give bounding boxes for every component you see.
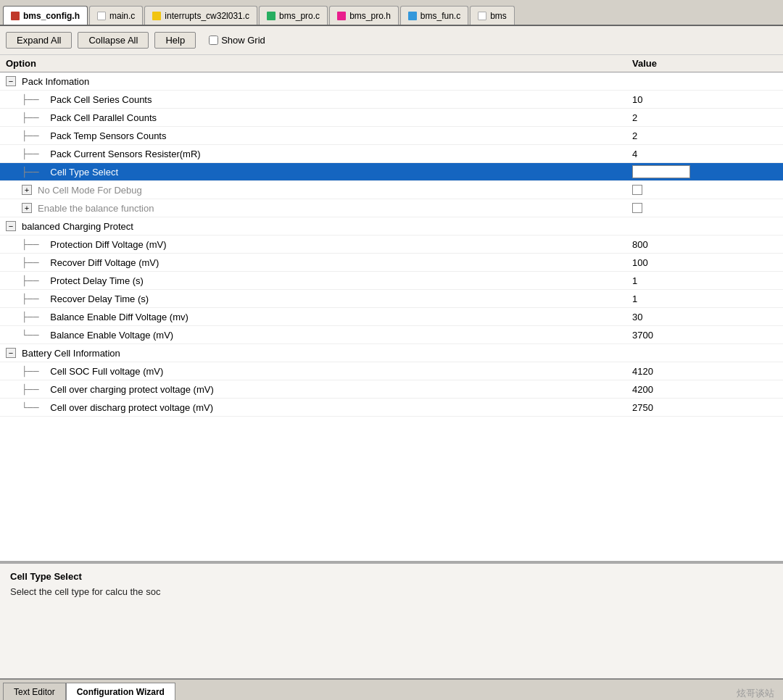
tree-line-2: ├── — [22, 112, 44, 123]
row-value-cell-soc-full-voltage: 4120 — [632, 366, 653, 377]
bottom-tab-bar: Text Editor Configuration Wizard 炫哥谈站 — [0, 678, 783, 700]
help-button[interactable]: Help — [154, 32, 196, 49]
tree-line-9: ├── — [22, 293, 44, 304]
no-cell-mode-checkbox[interactable] — [632, 185, 642, 195]
tree-line-14: └── — [22, 402, 44, 413]
row-recover-delay-time[interactable]: ├── Recover Delay Time (s) 1 — [0, 290, 783, 308]
tree-line-11: └── — [22, 330, 44, 341]
tab-icon-interrupts — [152, 12, 161, 20]
cell-type-select-dropdown[interactable]: CH_2P ▾ — [632, 165, 690, 178]
toolbar: Expand All Collapse All Help Show Grid — [0, 26, 783, 55]
section-pack-information[interactable]: − Pack Infomation — [0, 72, 783, 91]
row-value-pack-cell-series: 10 — [632, 94, 642, 105]
row-value-cell-over-discharging: 2750 — [632, 402, 653, 413]
bottom-tab-label-text-editor: Text Editor — [14, 687, 55, 697]
tab-label-bms-fun-c: bms_fun.c — [420, 11, 460, 21]
tab-icon-bms-more — [478, 12, 486, 20]
row-pack-cell-series[interactable]: ├── Pack Cell Series Counts 10 — [0, 91, 783, 109]
expand-icon-enable-balance[interactable]: + — [22, 203, 32, 213]
row-label-recover-delay-time: Recover Delay Time (s) — [50, 293, 149, 304]
row-label-cell-type-select: Cell Type Select — [50, 167, 118, 178]
row-label-pack-temp-sensors: Pack Temp Sensors Counts — [50, 130, 166, 141]
row-balance-enable-voltage[interactable]: └── Balance Enable Voltage (mV) 3700 — [0, 326, 783, 344]
tab-icon-bms-pro-c — [267, 12, 276, 20]
row-label-pack-current-sensors: Pack Current Sensors Resister(mR) — [50, 149, 200, 159]
tab-interrupts[interactable]: interrupts_cw32l031.c — [144, 6, 257, 25]
expand-icon-pack-info[interactable]: − — [6, 76, 16, 86]
row-recover-diff-voltage[interactable]: ├── Recover Diff Voltage (mV) 100 — [0, 254, 783, 272]
tab-label-bms-config-h: bms_config.h — [23, 11, 80, 21]
row-value-pack-cell-parallel: 2 — [632, 112, 637, 123]
tab-bms-pro-h[interactable]: bms_pro.h — [329, 6, 399, 25]
row-enable-balance[interactable]: + Enable the balance function — [0, 199, 783, 217]
row-pack-temp-sensors[interactable]: ├── Pack Temp Sensors Counts 2 — [0, 127, 783, 145]
row-cell-soc-full-voltage[interactable]: ├── Cell SOC Full voltage (mV) 4120 — [0, 362, 783, 380]
config-table-header: Option Value — [0, 55, 783, 72]
row-value-protect-delay-time: 1 — [632, 275, 637, 286]
expand-icon-balanced-charging[interactable]: − — [6, 221, 16, 231]
tab-main-c[interactable]: main.c — [89, 6, 143, 25]
select-arrow-icon: ▾ — [667, 168, 671, 176]
bottom-tab-text-editor[interactable]: Text Editor — [3, 683, 66, 700]
cell-type-select-value: CH_2P — [636, 167, 664, 177]
row-protect-delay-time[interactable]: ├── Protect Delay Time (s) 1 — [0, 272, 783, 290]
expand-all-button[interactable]: Expand All — [6, 32, 72, 49]
column-header-value: Value — [632, 58, 777, 69]
tab-label-bms-pro-h: bms_pro.h — [349, 11, 391, 21]
row-cell-over-discharging[interactable]: └── Cell over discharg protect voltage (… — [0, 399, 783, 417]
row-label-cell-over-charging: Cell over charging protect voltage (mV) — [50, 384, 213, 395]
show-grid-checkbox[interactable] — [209, 36, 218, 45]
row-balance-enable-diff-voltage[interactable]: ├── Balance Enable Diff Voltage (mv) 30 — [0, 308, 783, 326]
tab-icon-bms-config-h — [11, 12, 20, 20]
tab-icon-bms-pro-h — [337, 12, 346, 20]
watermark-text: 炫哥谈站 — [737, 687, 774, 700]
collapse-all-button[interactable]: Collapse All — [78, 32, 149, 49]
row-protection-diff-voltage[interactable]: ├── Protection Diff Voltage (mV) 800 — [0, 236, 783, 254]
main-area: Expand All Collapse All Help Show Grid O… — [0, 25, 783, 678]
bottom-tab-label-config-wizard: Configuration Wizard — [77, 687, 165, 697]
expand-icon-battery-cell-info[interactable]: − — [6, 348, 16, 358]
row-label-cell-over-discharging: Cell over discharg protect voltage (mV) — [50, 402, 213, 413]
row-value-balance-enable-voltage: 3700 — [632, 330, 653, 341]
section-label-balanced-charging: balanced Charging Protect — [22, 221, 133, 232]
row-pack-current-sensors[interactable]: ├── Pack Current Sensors Resister(mR) 4 — [0, 145, 783, 163]
tab-bms-fun-c[interactable]: bms_fun.c — [400, 6, 468, 25]
row-label-no-cell-mode: No Cell Mode For Debug — [38, 185, 142, 196]
row-label-protection-diff-voltage: Protection Diff Voltage (mV) — [50, 239, 166, 250]
tree-line: ├── — [22, 94, 44, 105]
column-header-option: Option — [6, 58, 632, 69]
tree-line-12: ├── — [22, 366, 44, 377]
tab-label-main-c: main.c — [109, 11, 135, 21]
show-grid-label: Show Grid — [209, 35, 265, 46]
row-no-cell-mode[interactable]: + No Cell Mode For Debug — [0, 181, 783, 199]
tab-icon-main-c — [97, 12, 106, 20]
row-label-protect-delay-time: Protect Delay Time (s) — [50, 275, 144, 286]
tree-line-3: ├── — [22, 130, 44, 141]
row-label-recover-diff-voltage: Recover Diff Voltage (mV) — [50, 257, 159, 268]
tree-line-13: ├── — [22, 384, 44, 395]
tab-bms-pro-c[interactable]: bms_pro.c — [259, 6, 328, 25]
row-cell-type-select[interactable]: ├── Cell Type Select CH_2P ▾ — [0, 163, 783, 181]
row-value-protection-diff-voltage: 800 — [632, 239, 648, 250]
row-label-balance-enable-diff-voltage: Balance Enable Diff Voltage (mv) — [50, 312, 188, 322]
expand-icon-no-cell-mode[interactable]: + — [22, 185, 32, 195]
enable-balance-checkbox[interactable] — [632, 203, 642, 213]
description-title: Cell Type Select — [10, 571, 773, 582]
row-label-balance-enable-voltage: Balance Enable Voltage (mV) — [50, 330, 173, 341]
tree-line-10: ├── — [22, 312, 44, 322]
row-pack-cell-parallel[interactable]: ├── Pack Cell Parallel Counts 2 — [0, 109, 783, 127]
row-label-enable-balance: Enable the balance function — [38, 203, 154, 214]
row-value-balance-enable-diff-voltage: 30 — [632, 312, 642, 322]
tab-bms-more[interactable]: bms — [470, 6, 515, 25]
tree-line-6: ├── — [22, 239, 44, 250]
tab-bms-config-h[interactable]: bms_config.h — [3, 6, 88, 25]
row-label-pack-cell-series: Pack Cell Series Counts — [50, 94, 152, 105]
config-table: Option Value − Pack Infomation ├── Pack … — [0, 55, 783, 562]
section-battery-cell-info[interactable]: − Battery Cell Information — [0, 344, 783, 362]
config-rows: − Pack Infomation ├── Pack Cell Series C… — [0, 72, 783, 417]
tab-label-bms-pro-c: bms_pro.c — [279, 11, 320, 21]
bottom-tab-config-wizard[interactable]: Configuration Wizard — [66, 683, 175, 700]
row-cell-over-charging[interactable]: ├── Cell over charging protect voltage (… — [0, 380, 783, 399]
section-balanced-charging[interactable]: − balanced Charging Protect — [0, 217, 783, 236]
row-value-recover-delay-time: 1 — [632, 293, 637, 304]
